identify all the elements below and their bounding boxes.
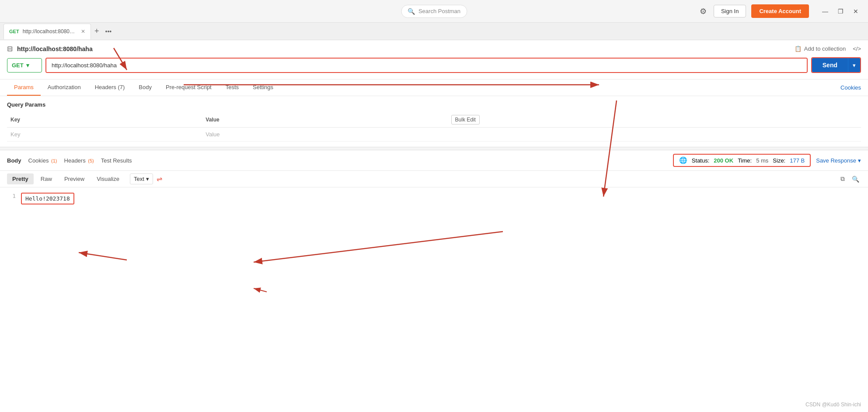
format-select[interactable]: Text ▾ — [130, 173, 153, 184]
svg-line-4 — [254, 232, 503, 262]
size-label: Size: — [773, 157, 785, 164]
collection-icon: 📋 — [795, 45, 802, 52]
search-bar[interactable]: 🔍 Search Postman — [401, 5, 467, 18]
response-panel: Body Cookies (1) Headers (5) Test Result… — [0, 150, 868, 210]
response-toolbar: Pretty Raw Preview Visualize Text ▾ ⇌ ⧉ … — [0, 171, 868, 187]
time-label: Time: — [738, 157, 752, 164]
size-value: 177 B — [790, 157, 805, 164]
watermark: CSDN @Kudō Shin-ichi — [805, 402, 861, 408]
params-table: Key Value Bulk Edit Key Value — [7, 112, 861, 142]
headers-badge: (5) — [88, 158, 94, 163]
time-value: 5 ms — [756, 157, 768, 164]
add-to-collection-button[interactable]: 📋 Add to collection — [795, 45, 846, 52]
tab-headers[interactable]: Headers (7) — [88, 80, 132, 96]
method-label: GET — [12, 62, 24, 69]
value-cell[interactable]: Value — [202, 128, 447, 142]
response-text: Hello!2023718 — [21, 193, 74, 204]
format-select-label: Text — [134, 176, 144, 182]
response-header: Body Cookies (1) Headers (5) Test Result… — [0, 150, 868, 171]
create-account-button[interactable]: Create Account — [751, 4, 809, 18]
request-icon: ⊟ — [7, 45, 13, 53]
key-column-header: Key — [7, 112, 202, 128]
pretty-button[interactable]: Pretty — [7, 173, 34, 184]
cookies-badge: (1) — [51, 158, 57, 163]
svg-line-5 — [79, 253, 127, 260]
window-controls: — ❐ ✕ — [819, 7, 861, 16]
cookies-button[interactable]: Cookies — [840, 80, 861, 95]
svg-line-6 — [254, 288, 267, 292]
maximize-button[interactable]: ❐ — [835, 7, 846, 16]
resp-tab-cookies[interactable]: Cookies (1) — [28, 156, 57, 166]
response-content: Hello!2023718 — [21, 193, 861, 204]
search-placeholder: Search Postman — [418, 8, 460, 14]
search-response-button[interactable]: 🔍 — [850, 174, 861, 184]
value-column-header: Value — [202, 112, 447, 128]
tab-bar: GET http://localhost:8080/hah ✕ + ••• — [0, 23, 868, 40]
titlebar-right: ⚙ Sign In Create Account — ❐ ✕ — [698, 4, 861, 18]
actions-cell — [448, 128, 861, 142]
request-title: http://localhost:8080/haha — [17, 45, 93, 52]
status-box: 🌐 Status: 200 OK Time: 5 ms Size: 177 B — [673, 154, 811, 167]
more-tabs-button[interactable]: ••• — [103, 28, 115, 35]
tab-method: GET — [9, 29, 19, 34]
line-numbers: 1 — [7, 193, 16, 204]
request-title-row: ⊟ http://localhost:8080/haha 📋 Add to co… — [7, 45, 861, 53]
close-button[interactable]: ✕ — [851, 7, 861, 16]
copy-button[interactable]: ⧉ — [839, 173, 847, 184]
url-input-wrapper — [45, 58, 808, 73]
search-icon: 🔍 — [408, 8, 415, 15]
code-snippet-button[interactable]: </> — [853, 45, 861, 52]
url-input[interactable] — [46, 59, 807, 72]
minimize-button[interactable]: — — [819, 7, 831, 16]
titlebar: 🔍 Search Postman ⚙ Sign In Create Accoun… — [0, 0, 868, 23]
add-to-collection-label: Add to collection — [804, 45, 846, 52]
tab-url: http://localhost:8080/hah — [23, 28, 76, 35]
preview-button[interactable]: Preview — [59, 173, 90, 184]
new-tab-button[interactable]: + — [91, 27, 103, 36]
method-select[interactable]: GET ▾ — [7, 58, 42, 73]
status-value: 200 OK — [714, 157, 733, 164]
request-panel: ⊟ http://localhost:8080/haha 📋 Add to co… — [0, 40, 868, 80]
signin-button[interactable]: Sign In — [714, 5, 746, 17]
send-dropdown-button[interactable]: ▾ — [848, 58, 860, 72]
params-section: Query Params Key Value Bulk Edit Key Val… — [0, 96, 868, 147]
format-select-chevron: ▾ — [146, 176, 149, 182]
save-response-label: Save Response — [816, 157, 856, 164]
request-tab[interactable]: GET http://localhost:8080/hah ✕ — [3, 24, 91, 39]
tab-body[interactable]: Body — [132, 80, 159, 96]
send-button[interactable]: Send — [812, 58, 848, 72]
params-title: Query Params — [7, 101, 861, 108]
wrap-button[interactable]: ⇌ — [157, 175, 162, 183]
request-tabs: Params Authorization Headers (7) Body Pr… — [0, 80, 868, 96]
tab-close-icon[interactable]: ✕ — [81, 28, 85, 35]
bulk-edit-button[interactable]: Bulk Edit — [451, 115, 480, 125]
status-label: Status: — [692, 157, 709, 164]
send-btn-wrapper: Send ▾ — [811, 57, 861, 73]
resp-tab-body[interactable]: Body — [7, 156, 21, 166]
tab-tests[interactable]: Tests — [219, 80, 246, 96]
gear-button[interactable]: ⚙ — [698, 5, 708, 18]
tab-settings[interactable]: Settings — [246, 80, 280, 96]
tab-authorization[interactable]: Authorization — [41, 80, 88, 96]
save-response-chevron: ▾ — [858, 157, 861, 164]
resp-tab-test-results[interactable]: Test Results — [101, 156, 132, 166]
bulk-edit-header: Bulk Edit — [448, 112, 861, 128]
save-response-button[interactable]: Save Response ▾ — [816, 157, 861, 164]
globe-icon: 🌐 — [679, 156, 687, 164]
resp-tab-headers[interactable]: Headers (5) — [64, 156, 94, 166]
tab-params[interactable]: Params — [7, 80, 41, 96]
raw-button[interactable]: Raw — [35, 173, 57, 184]
url-bar: GET ▾ Send ▾ — [7, 57, 861, 73]
visualize-button[interactable]: Visualize — [91, 173, 125, 184]
method-chevron: ▾ — [26, 62, 29, 69]
resp-status-area: 🌐 Status: 200 OK Time: 5 ms Size: 177 B … — [673, 154, 861, 167]
key-cell[interactable]: Key — [7, 128, 202, 142]
section-divider — [0, 147, 868, 150]
table-row: Key Value — [7, 128, 861, 142]
tab-prerequest[interactable]: Pre-request Script — [159, 80, 219, 96]
response-body: 1 Hello!2023718 — [0, 187, 868, 210]
